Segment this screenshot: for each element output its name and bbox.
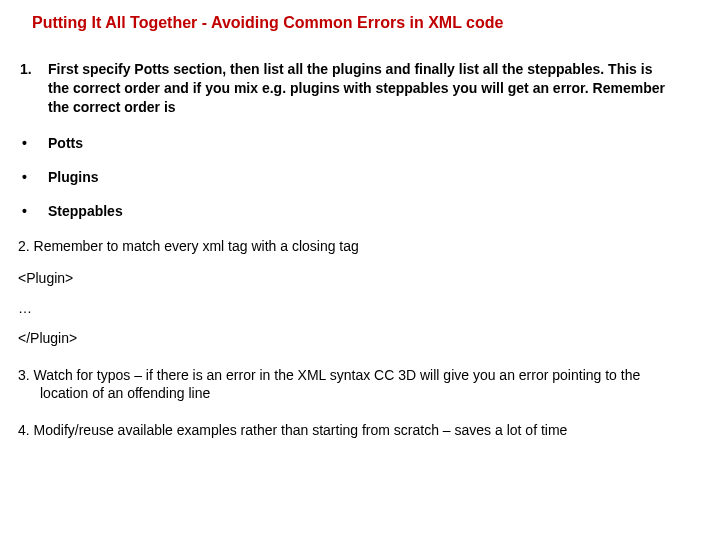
code-ellipsis: … [18, 300, 702, 316]
bullet-label: Plugins [48, 169, 99, 185]
list-item-2: 2. Remember to match every xml tag with … [18, 237, 702, 256]
list-text: 4. Modify/reuse available examples rathe… [18, 421, 702, 440]
list-text: First specify Potts section, then list a… [48, 60, 702, 117]
bullet-mark: • [18, 203, 48, 219]
bullet-item-potts: • Potts [18, 135, 702, 151]
bullet-mark: • [18, 169, 48, 185]
code-close-tag: </Plugin> [18, 330, 702, 346]
slide-title: Putting It All Together - Avoiding Commo… [32, 14, 702, 32]
code-open-tag: <Plugin> [18, 270, 702, 286]
bullet-item-plugins: • Plugins [18, 169, 702, 185]
bullet-label: Steppables [48, 203, 123, 219]
list-text: 3. Watch for typos – if there is an erro… [18, 366, 702, 404]
list-number: 1. [18, 60, 48, 117]
bullet-item-steppables: • Steppables [18, 203, 702, 219]
bullet-mark: • [18, 135, 48, 151]
bullet-label: Potts [48, 135, 83, 151]
list-item-4: 4. Modify/reuse available examples rathe… [18, 421, 702, 440]
list-item-3: 3. Watch for typos – if there is an erro… [18, 366, 702, 404]
list-item-1: 1. First specify Potts section, then lis… [18, 60, 702, 117]
